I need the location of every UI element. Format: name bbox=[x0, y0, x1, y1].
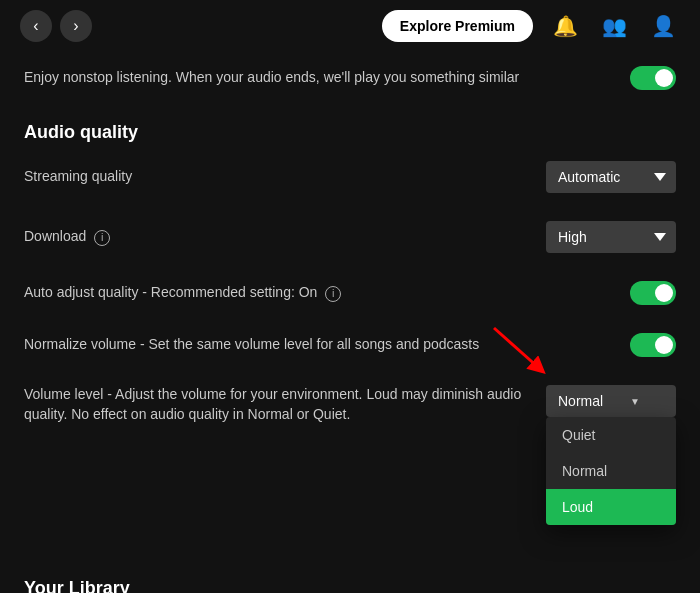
normalize-volume-row: Normalize volume - Set the same volume l… bbox=[24, 319, 676, 371]
svg-line-0 bbox=[494, 328, 539, 368]
volume-option-quiet[interactable]: Quiet bbox=[546, 417, 676, 453]
volume-level-dropdown-menu: Quiet Normal Loud bbox=[546, 417, 676, 525]
dropdown-arrow-icon: ▼ bbox=[630, 396, 640, 407]
explore-premium-button[interactable]: Explore Premium bbox=[382, 10, 533, 42]
volume-level-dropdown-wrapper: Normal ▼ Quiet Normal Loud bbox=[546, 385, 676, 417]
forward-button[interactable]: › bbox=[60, 10, 92, 42]
notifications-icon[interactable]: 🔔 bbox=[549, 10, 582, 42]
volume-level-dropdown-btn[interactable]: Normal ▼ bbox=[546, 385, 676, 417]
download-info-icon[interactable]: i bbox=[94, 230, 110, 246]
profile-icon[interactable]: 👤 bbox=[647, 10, 680, 42]
auto-adjust-info-icon[interactable]: i bbox=[325, 286, 341, 302]
topbar-right: Explore Premium 🔔 👥 👤 bbox=[382, 10, 680, 42]
your-library-section-header: Your Library bbox=[24, 578, 676, 593]
topbar: ‹ › Explore Premium 🔔 👥 👤 bbox=[0, 0, 700, 52]
download-row: Download i High bbox=[24, 207, 676, 267]
autoplay-label: Enjoy nonstop listening. When your audio… bbox=[24, 68, 630, 88]
download-label: Download i bbox=[24, 227, 546, 247]
streaming-quality-row: Streaming quality Automatic bbox=[24, 147, 676, 207]
volume-option-normal[interactable]: Normal bbox=[546, 453, 676, 489]
streaming-quality-label: Streaming quality bbox=[24, 167, 546, 187]
audio-quality-section-header: Audio quality bbox=[24, 122, 676, 143]
auto-adjust-toggle[interactable] bbox=[630, 281, 676, 305]
autoplay-row: Enjoy nonstop listening. When your audio… bbox=[24, 52, 676, 104]
auto-adjust-label: Auto adjust quality - Recommended settin… bbox=[24, 283, 630, 303]
download-select[interactable]: High bbox=[546, 221, 676, 253]
volume-option-loud[interactable]: Loud bbox=[546, 489, 676, 525]
volume-level-label: Volume level - Adjust the volume for you… bbox=[24, 385, 546, 424]
autoplay-toggle[interactable] bbox=[630, 66, 676, 90]
volume-level-value: Normal bbox=[558, 393, 603, 409]
friends-icon[interactable]: 👥 bbox=[598, 10, 631, 42]
arrow-indicator bbox=[484, 318, 564, 381]
auto-adjust-row: Auto adjust quality - Recommended settin… bbox=[24, 267, 676, 319]
streaming-quality-select[interactable]: Automatic bbox=[546, 161, 676, 193]
normalize-volume-toggle[interactable] bbox=[630, 333, 676, 357]
back-button[interactable]: ‹ bbox=[20, 10, 52, 42]
volume-level-row: Volume level - Adjust the volume for you… bbox=[24, 371, 676, 438]
nav-buttons: ‹ › bbox=[20, 10, 92, 42]
settings-content: Enjoy nonstop listening. When your audio… bbox=[0, 52, 700, 593]
